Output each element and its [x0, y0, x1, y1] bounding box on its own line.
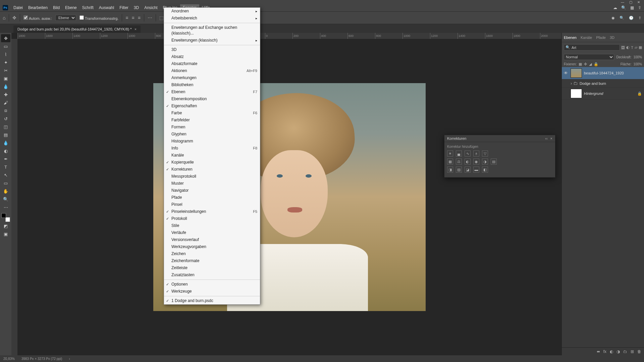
notification-icon[interactable]: ◉ [611, 16, 615, 20]
adjustment-layer-icon[interactable]: ◑ [616, 349, 620, 354]
filter-smart-icon[interactable]: ▦ [639, 45, 642, 50]
menu-item-zeichen[interactable]: Zeichen [164, 250, 260, 257]
zoom-level[interactable]: 20,83% [3, 357, 15, 361]
layer-fx-icon[interactable]: fx [603, 349, 606, 354]
menu-item-anordnen[interactable]: Anordnen [164, 8, 260, 15]
menu-auswahl[interactable]: Auswahl [96, 4, 117, 11]
layer-row[interactable]: Hintergrund🔒 [562, 87, 644, 100]
collapse-panel-icon[interactable]: ‹‹ [545, 136, 547, 140]
photofilter-adj-icon[interactable]: ◉ [473, 159, 479, 165]
blend-mode-select[interactable]: Normal [564, 54, 614, 60]
new-layer-icon[interactable]: ⊞ [631, 349, 634, 354]
document-tab[interactable]: Dodge and burn.psdc bei 20,8% (beautiful… [13, 25, 141, 33]
maximize-button[interactable]: ▢ [629, 0, 633, 4]
menu-item-pinseleinstellungen[interactable]: ✓PinseleinstellungenF5 [164, 208, 260, 215]
menu-item-pfade[interactable]: Pfade [164, 194, 260, 201]
edit-toolbar[interactable]: ⋯ [1, 203, 10, 211]
menu-item-3d[interactable]: 3D [164, 46, 260, 53]
menu-item-zusatztasten[interactable]: Zusatztasten [164, 272, 260, 279]
posterize-adj-icon[interactable]: ▨ [456, 167, 462, 173]
align-icon-2[interactable]: ≡ [132, 15, 135, 20]
align-icon[interactable]: ≡ [125, 15, 128, 20]
pen-tool[interactable]: ✒ [1, 155, 10, 163]
gradmap-adj-icon[interactable]: ▬ [473, 167, 479, 173]
layer-mask-icon[interactable]: ◐ [610, 349, 613, 354]
menu-3d[interactable]: 3D [131, 4, 142, 11]
fill-value[interactable]: 100% [633, 62, 642, 66]
new-group-icon[interactable]: 🗀 [623, 349, 627, 354]
menu-item-1-dodge-and-burn-psdc[interactable]: ✓1 Dodge and burn.psdc [164, 297, 260, 304]
menu-item-histogramm[interactable]: Histogramm [164, 138, 260, 145]
brightness-adj-icon[interactable]: ☀ [447, 150, 453, 157]
panel-tab-kanäle[interactable]: Kanäle [581, 36, 592, 40]
lock-all-icon[interactable]: 🔒 [594, 62, 598, 66]
transform-checkbox[interactable]: Transformationsstrg. [79, 15, 118, 20]
panel-tab-ebenen[interactable]: Ebenen [564, 36, 577, 40]
menu-bild[interactable]: Bild [50, 4, 62, 11]
hue-adj-icon[interactable]: ▦ [447, 159, 453, 165]
menu-item-pinsel[interactable]: Pinsel [164, 201, 260, 208]
move-tool[interactable]: ✥ [1, 34, 10, 42]
menu-item-verl-ufe[interactable]: Verläufe [164, 229, 260, 236]
lock-pixels-icon[interactable]: ▦ [579, 62, 582, 66]
hand-tool[interactable]: ✋ [1, 187, 10, 195]
quickmask-tool[interactable]: ◩ [1, 222, 10, 230]
home-icon[interactable]: ⌂ [3, 15, 5, 20]
layer-row[interactable]: › 🗀Dodge and burn [562, 79, 644, 87]
menu-item-protokoll[interactable]: ✓Protokoll [164, 215, 260, 222]
menu-item-werkzeugvorgaben[interactable]: Werkzeugvorgaben [164, 243, 260, 250]
layer-thumbnail[interactable] [571, 68, 582, 78]
layer-type-select[interactable]: Ebene [55, 15, 76, 21]
lookup-adj-icon[interactable]: ▤ [491, 159, 497, 165]
menu-item-messprotokoll[interactable]: Messprotokoll [164, 173, 260, 180]
frame-tool[interactable]: ▣ [1, 74, 10, 82]
menu-item-ebenenkomposition[interactable]: Ebenenkomposition [164, 96, 260, 103]
bw-adj-icon[interactable]: ◐ [465, 159, 471, 165]
menu-item-farbe[interactable]: FarbeF6 [164, 110, 260, 117]
history-brush-tool[interactable]: ↺ [1, 115, 10, 123]
link-layers-icon[interactable]: ⬌ [597, 349, 600, 354]
workspace-icon[interactable]: ▦ [630, 5, 634, 10]
opacity-value[interactable]: 100% [633, 55, 642, 59]
vibrance-adj-icon[interactable]: ▽ [482, 150, 488, 157]
path-tool[interactable]: ↖ [1, 171, 10, 179]
menu-ebene[interactable]: Ebene [62, 4, 79, 11]
menu-item-absatz[interactable]: Absatz [164, 53, 260, 60]
menu-bearbeiten[interactable]: Bearbeiten [25, 4, 50, 11]
menu-item-muster[interactable]: Muster [164, 180, 260, 187]
menu-item-zeitleiste[interactable]: Zeitleiste [164, 264, 260, 272]
menu-item-optionen[interactable]: ✓Optionen [164, 281, 260, 288]
menu-item-kopierquelle[interactable]: ✓Kopierquelle [164, 159, 260, 166]
menu-item-anmerkungen[interactable]: Anmerkungen [164, 74, 260, 81]
menu-item-erweiterungen-klassisch-[interactable]: Erweiterungen (klassisch) [164, 37, 260, 44]
auto-select-checkbox[interactable]: Autom. ausw.: [23, 15, 52, 20]
move-tool-icon[interactable]: ✥ [12, 15, 16, 20]
curves-adj-icon[interactable]: ∿ [465, 150, 471, 157]
filter-type-icon[interactable]: T [631, 46, 633, 50]
heal-tool[interactable]: ✚ [1, 90, 10, 99]
corrections-panel[interactable]: Korrekturen ‹‹× Korrektur hinzufügen ☀ ▄… [444, 135, 555, 178]
close-panel-icon[interactable]: × [550, 136, 552, 140]
menu-item-erweiterungen-auf-exchange-suchen-klassisch-[interactable]: Erweiterungen auf Exchange suchen (klass… [164, 24, 260, 37]
invert-adj-icon[interactable]: ◨ [447, 167, 453, 173]
3d-mode-icon[interactable]: ⬚ [159, 15, 164, 20]
history-icon[interactable]: 🕑 [629, 16, 634, 20]
layer-thumbnail[interactable] [571, 89, 582, 98]
close-tab-icon[interactable]: × [135, 27, 137, 31]
layer-row[interactable]: 👁beautiful-1844724_1920 [562, 67, 644, 79]
menu-datei[interactable]: Datei [11, 4, 25, 11]
menu-item-formen[interactable]: Formen [164, 124, 260, 131]
eraser-tool[interactable]: ◫ [1, 123, 10, 131]
delete-layer-icon[interactable]: 🗑 [637, 349, 641, 354]
filter-shape-icon[interactable]: ▱ [635, 45, 637, 50]
menu-item-stile[interactable]: Stile [164, 222, 260, 229]
gradient-tool[interactable]: ▤ [1, 131, 10, 139]
menu-item-farbfelder[interactable]: Farbfelder [164, 117, 260, 124]
selective-adj-icon[interactable]: ◧ [482, 167, 488, 173]
dodge-tool[interactable]: ◐ [1, 147, 10, 155]
distribute-icon[interactable]: ⋯ [148, 15, 152, 20]
menu-item-glyphen[interactable]: Glyphen [164, 131, 260, 138]
levels-adj-icon[interactable]: ▄ [456, 150, 462, 157]
align-icon-3[interactable]: ≡ [138, 15, 141, 20]
visibility-icon[interactable]: 👁 [564, 71, 569, 75]
